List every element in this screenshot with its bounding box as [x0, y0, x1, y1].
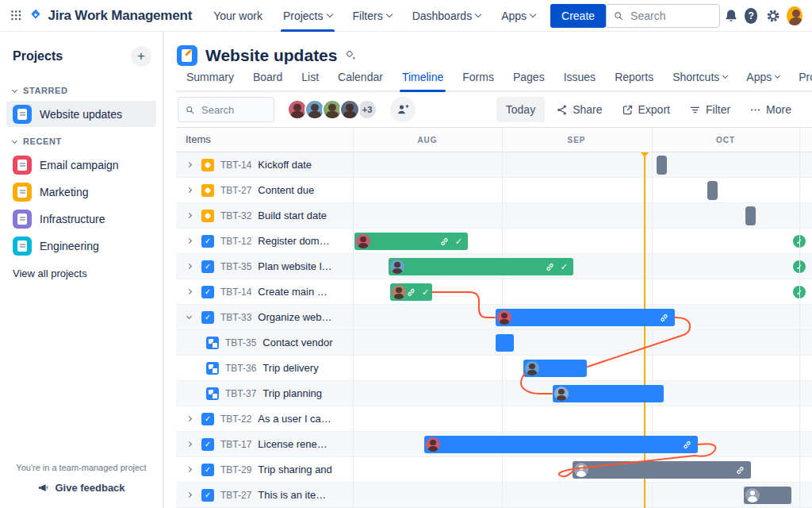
tab-label: Apps	[746, 71, 772, 83]
expander-chevron-down-icon[interactable]	[182, 311, 195, 324]
nav-item-projects[interactable]: Projects	[273, 0, 343, 32]
create-button[interactable]: Create	[550, 4, 606, 28]
tab-apps[interactable]: Apps	[737, 71, 788, 90]
gantt-bar[interactable]: ✓	[389, 258, 573, 275]
row-item-cell[interactable]: TBT-27Content due	[176, 178, 353, 202]
avatar[interactable]	[339, 99, 360, 120]
tab-shortcuts[interactable]: Shortcuts	[664, 71, 736, 90]
timeline-row: TBT-17License renewal for	[176, 432, 812, 457]
tab-project-settings[interactable]: Project settings	[790, 71, 812, 90]
sidebar-item-website-updates[interactable]: Website updates	[6, 101, 156, 127]
sidebar-item-label: Website updates	[40, 108, 122, 121]
add-project-button[interactable]: +	[131, 46, 151, 67]
gantt-bar[interactable]: ✓	[354, 233, 468, 250]
timeline-search-input[interactable]	[200, 103, 267, 117]
expander-chevron-right-icon[interactable]	[182, 210, 195, 222]
theme-paint-icon[interactable]	[345, 49, 358, 62]
tab-calendar[interactable]: Calendar	[329, 71, 392, 90]
issue-key: TBT-37	[225, 388, 256, 399]
row-item-cell[interactable]: TBT-14Kickoff date	[176, 152, 353, 177]
gantt-bar[interactable]	[745, 206, 756, 225]
expander-chevron-right-icon[interactable]	[182, 464, 195, 476]
timeline-row: TBT-14Kickoff date	[176, 152, 812, 178]
global-search-input[interactable]	[629, 9, 713, 23]
more-button[interactable]: More	[741, 97, 799, 122]
gantt-bar[interactable]	[744, 487, 791, 504]
tab-list[interactable]: List	[293, 71, 327, 90]
add-people-button[interactable]	[390, 97, 416, 122]
button-label: Today	[506, 103, 535, 116]
gantt-bar[interactable]	[424, 436, 698, 453]
nav-item-your-work[interactable]: Your work	[203, 0, 273, 32]
sidebar-item-email-campaign[interactable]: Email campaign	[6, 152, 156, 178]
sidebar-item-marketing[interactable]: Marketing	[6, 179, 156, 205]
nav-item-filters[interactable]: Filters	[343, 0, 402, 32]
chevron-down-icon	[775, 73, 780, 79]
sidebar-item-infrastructure[interactable]: Infrastructure	[6, 206, 156, 232]
expander-chevron-right-icon[interactable]	[182, 413, 195, 425]
gantt-bar[interactable]	[707, 181, 718, 200]
settings-gear-icon[interactable]	[764, 5, 782, 27]
expander-chevron-right-icon[interactable]	[182, 489, 195, 502]
sidebar-item-engineering[interactable]: Engineering	[6, 233, 156, 259]
row-item-cell[interactable]: TBT-29Trip sharing and	[176, 457, 353, 482]
row-item-cell[interactable]: TBT-22As a user I can share	[176, 406, 353, 431]
row-item-cell[interactable]: TBT-27This is an item that	[176, 483, 353, 507]
tab-board[interactable]: Board	[244, 71, 291, 90]
tab-pages[interactable]: Pages	[504, 71, 553, 90]
row-item-cell[interactable]: TBT-37Trip planning	[200, 381, 377, 406]
filter-icon	[689, 104, 701, 116]
expander-chevron-right-icon[interactable]	[182, 286, 195, 298]
gantt-bar[interactable]: ✓	[390, 283, 432, 301]
give-feedback-button[interactable]: Give feedback	[37, 482, 124, 494]
app-switcher-icon[interactable]	[10, 8, 22, 24]
row-item-cell[interactable]: TBT-33Organize webhosting	[176, 305, 353, 329]
today-button[interactable]: Today	[496, 97, 545, 122]
row-item-cell[interactable]: TBT-14Create main page	[176, 279, 353, 304]
tab-issues[interactable]: Issues	[555, 71, 604, 90]
timeline-search[interactable]	[178, 97, 274, 122]
status-done-icon	[793, 260, 806, 273]
sidebar-section-label: STARRED	[23, 86, 68, 95]
expander-chevron-right-icon[interactable]	[182, 159, 195, 171]
row-item-cell[interactable]: TBT-17License renewal for	[176, 432, 353, 456]
notifications-icon[interactable]	[722, 5, 740, 27]
task-type-icon	[201, 260, 214, 273]
tab-reports[interactable]: Reports	[606, 71, 662, 90]
gantt-bar[interactable]	[496, 309, 675, 326]
row-item-cell[interactable]: TBT-12Register domain name	[176, 229, 353, 253]
help-icon[interactable]: ?	[745, 8, 757, 24]
gantt-bar[interactable]	[523, 360, 587, 377]
global-search[interactable]	[606, 4, 720, 28]
tab-timeline[interactable]: Timeline	[393, 71, 452, 90]
expander-chevron-right-icon[interactable]	[182, 184, 195, 197]
expander-chevron-right-icon[interactable]	[182, 438, 195, 451]
filter-button[interactable]: Filter	[681, 97, 738, 122]
view-all-projects-link[interactable]: View all projects	[0, 260, 163, 287]
gantt-bar[interactable]	[573, 461, 751, 479]
expander-chevron-right-icon[interactable]	[182, 235, 195, 248]
row-item-cell[interactable]: TBT-32Build start date	[176, 203, 353, 228]
gantt-bar[interactable]	[496, 334, 514, 352]
nav-item-dashboards[interactable]: Dashboards	[402, 0, 492, 32]
gantt-bar[interactable]	[657, 156, 667, 175]
tab-summary[interactable]: Summary	[178, 71, 243, 90]
jira-logo-icon[interactable]	[29, 7, 43, 25]
gantt-bar[interactable]	[553, 385, 664, 402]
expander-chevron-right-icon[interactable]	[182, 260, 195, 273]
nav-item-apps[interactable]: Apps	[491, 0, 546, 32]
export-button[interactable]: Export	[614, 97, 678, 122]
sidebar-section-header[interactable]: STARRED	[0, 81, 163, 100]
row-item-cell[interactable]: TBT-36Trip delivery	[200, 356, 377, 380]
sidebar-item-label: Marketing	[40, 186, 88, 198]
sidebar-section-header[interactable]: RECENT	[0, 132, 163, 151]
row-item-cell[interactable]: TBT-35Contact vendor	[200, 330, 377, 355]
user-avatar[interactable]	[787, 6, 802, 25]
share-button[interactable]: Share	[548, 97, 610, 122]
issue-key: TBT-36	[225, 363, 256, 374]
row-item-cell[interactable]: TBT-35Plan website layout	[176, 254, 353, 279]
tab-label: List	[301, 71, 319, 83]
grid-line	[502, 128, 503, 152]
member-avatars: +3	[287, 99, 377, 120]
tab-forms[interactable]: Forms	[454, 71, 503, 90]
